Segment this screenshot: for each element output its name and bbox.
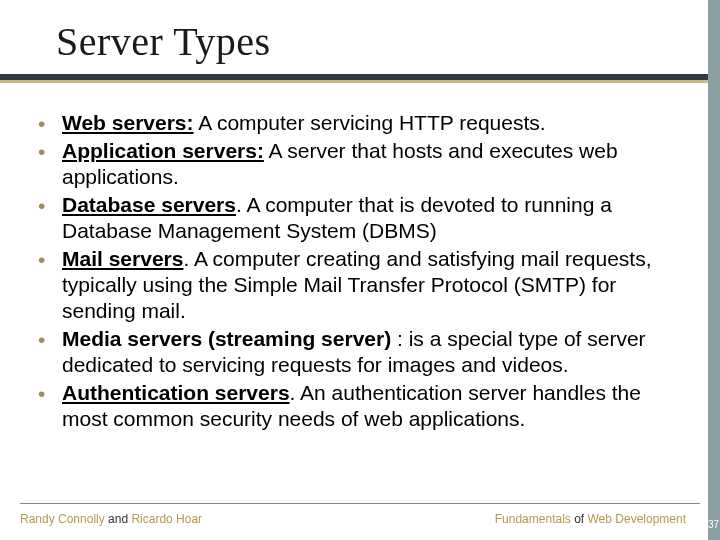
content-area: • Web servers: A computer servicing HTTP… [32,110,692,434]
author-a: Randy Connolly [20,512,105,526]
list-item: • Database servers. A computer that is d… [32,192,692,244]
book-b: Web Development [588,512,687,526]
term: Media servers (streaming server) [62,327,391,350]
desc: A computer servicing HTTP requests. [194,111,546,134]
rule-tan [0,80,720,83]
list-item: • Media servers (streaming server) : is … [32,326,692,378]
list-item: • Application servers: A server that hos… [32,138,692,190]
term: Database servers [62,193,236,216]
bullet-icon: • [38,247,45,273]
term: Application servers: [62,139,264,162]
list-item: • Mail servers. A computer creating and … [32,246,692,324]
author-b: Ricardo Hoar [131,512,202,526]
bullet-icon: • [38,327,45,353]
term: Mail servers [62,247,183,270]
footer-rule [20,503,700,504]
book-a: Fundamentals [495,512,571,526]
list-item: • Authentication servers. An authenticat… [32,380,692,432]
list-item: • Web servers: A computer servicing HTTP… [32,110,692,136]
bullet-icon: • [38,111,45,137]
bullet-icon: • [38,139,45,165]
footer-right: Fundamentals of Web Development [495,512,686,526]
page-title: Server Types [0,0,720,71]
term: Authentication servers [62,381,290,404]
bullet-list: • Web servers: A computer servicing HTTP… [32,110,692,432]
title-rule [0,74,720,92]
book-mid: of [571,512,588,526]
page-number: 37 [708,519,719,530]
term: Web servers: [62,111,194,134]
author-mid: and [105,512,132,526]
side-tab [708,0,720,540]
slide: Server Types • Web servers: A computer s… [0,0,720,540]
bullet-icon: • [38,193,45,219]
bullet-icon: • [38,381,45,407]
footer-left: Randy Connolly and Ricardo Hoar [20,512,202,526]
